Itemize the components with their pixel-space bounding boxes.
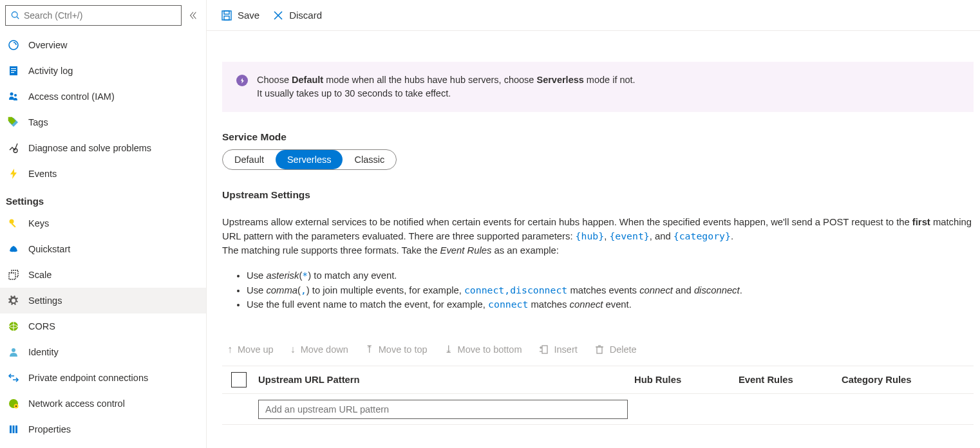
svg-rect-21 — [15, 406, 17, 407]
svg-point-0 — [12, 12, 17, 17]
nav-diagnose[interactable]: Diagnose and solve problems — [0, 135, 206, 161]
sidebar: Overview Activity log Access control (IA… — [0, 0, 207, 448]
overview-icon — [8, 39, 19, 51]
chevron-double-left-icon — [189, 11, 198, 20]
col-cat-header: Category Rules — [842, 375, 974, 385]
delete-icon — [594, 344, 605, 355]
mode-default[interactable]: Default — [223, 150, 276, 169]
svg-rect-34 — [597, 347, 602, 353]
nav-label: Properties — [28, 424, 71, 434]
move-bottom-button[interactable]: ⤓Move to bottom — [444, 343, 522, 355]
nav-label: Settings — [28, 295, 62, 306]
nav-keys[interactable]: Keys — [0, 210, 206, 236]
service-mode-title: Service Mode — [222, 131, 974, 143]
save-button[interactable]: Save — [221, 10, 259, 21]
nav-events[interactable]: Events — [0, 161, 206, 187]
properties-icon — [8, 424, 19, 435]
activity-log-icon — [8, 65, 19, 77]
arrow-bottom-icon: ⤓ — [444, 343, 453, 355]
rule-item: Use comma(,) to join multiple events, fo… — [247, 283, 974, 298]
col-hub-header: Hub Rules — [634, 375, 739, 385]
svg-point-16 — [12, 348, 15, 352]
move-down-button[interactable]: ↓Move down — [290, 343, 348, 355]
nav-label: Events — [28, 169, 57, 179]
svg-rect-23 — [13, 425, 15, 433]
nav-label: CORS — [28, 321, 55, 331]
mode-classic[interactable]: Classic — [343, 150, 396, 169]
nav-section-settings: Settings — [0, 187, 206, 210]
gear-icon — [8, 295, 19, 306]
table-toolbar: ↑Move up ↓Move down ⤒Move to top ⤓Move t… — [222, 343, 974, 355]
svg-point-8 — [14, 94, 17, 97]
events-icon — [8, 168, 19, 180]
private-endpoint-icon — [8, 372, 19, 384]
svg-rect-30 — [542, 346, 547, 353]
nav-overview[interactable]: Overview — [0, 32, 206, 58]
cors-icon — [8, 321, 19, 332]
nav-label: Private endpoint connections — [28, 373, 148, 383]
arrow-down-icon: ↓ — [290, 344, 296, 355]
upstream-title: Upstream Settings — [222, 189, 974, 201]
svg-rect-27 — [224, 16, 229, 20]
nav-identity[interactable]: Identity — [0, 339, 206, 365]
move-top-button[interactable]: ⤒Move to top — [365, 343, 428, 355]
search-row — [0, 5, 206, 28]
nav-label: Tags — [28, 117, 48, 127]
table-header: Upstream URL Pattern Hub Rules Event Rul… — [222, 366, 974, 394]
insert-icon — [538, 344, 549, 355]
svg-point-10 — [10, 219, 14, 224]
col-event-header: Event Rules — [739, 375, 842, 385]
nav-label: Overview — [28, 40, 67, 50]
discard-icon — [272, 10, 284, 21]
toolbar: Save Discard — [207, 0, 980, 31]
keys-icon — [8, 218, 19, 229]
nav-settings[interactable]: Settings — [0, 288, 206, 313]
nav-tags[interactable]: Tags — [0, 109, 206, 135]
select-all-checkbox[interactable] — [231, 372, 247, 387]
table-row — [222, 394, 974, 425]
search-input[interactable] — [24, 10, 176, 21]
delete-button[interactable]: Delete — [594, 343, 637, 355]
main-content: Save Discard Choose Default mode when al… — [207, 0, 980, 448]
nav-scale[interactable]: Scale — [0, 262, 206, 288]
identity-icon — [8, 346, 19, 358]
nav-properties[interactable]: Properties — [0, 416, 206, 442]
diagnose-icon — [8, 142, 19, 154]
svg-rect-22 — [10, 425, 12, 433]
quickstart-icon — [8, 243, 19, 255]
svg-point-13 — [12, 299, 15, 303]
svg-point-7 — [10, 93, 14, 96]
nav-quickstart[interactable]: Quickstart — [0, 236, 206, 262]
svg-rect-12 — [9, 273, 15, 279]
upstream-description: Upstreams allow external services to be … — [222, 215, 974, 258]
nav-label: Identity — [28, 347, 59, 357]
nav-private-endpoint[interactable]: Private endpoint connections — [0, 365, 206, 391]
nav-main: Overview Activity log Access control (IA… — [0, 28, 206, 442]
scale-icon — [8, 269, 19, 281]
upstream-url-input[interactable] — [258, 400, 628, 419]
mode-serverless[interactable]: Serverless — [276, 150, 343, 169]
move-up-button[interactable]: ↑Move up — [227, 343, 274, 355]
search-box[interactable] — [5, 5, 182, 26]
nav-label: Access control (IAM) — [28, 91, 115, 102]
nav-cors[interactable]: CORS — [0, 313, 206, 339]
discard-button[interactable]: Discard — [272, 10, 322, 21]
nav-label: Diagnose and solve problems — [28, 143, 151, 153]
nav-activity-log[interactable]: Activity log — [0, 58, 206, 84]
nav-network-access[interactable]: Network access control — [0, 391, 206, 416]
svg-line-1 — [17, 17, 19, 19]
insert-button[interactable]: Insert — [538, 343, 577, 355]
nav-access-control[interactable]: Access control (IAM) — [0, 84, 206, 109]
arrow-up-icon: ↑ — [227, 344, 232, 355]
network-access-icon — [8, 398, 19, 409]
service-mode-selector: Default Serverless Classic — [222, 149, 397, 170]
nav-label: Network access control — [28, 398, 125, 409]
upstream-rules-list: Use asterisk(*) to match any event. Use … — [247, 268, 974, 313]
svg-rect-11 — [11, 223, 15, 227]
svg-point-2 — [9, 41, 18, 50]
content-area: Choose Default mode when all the hubs ha… — [207, 31, 980, 425]
collapse-sidebar-button[interactable] — [185, 8, 201, 23]
search-icon — [11, 11, 20, 20]
save-icon — [221, 10, 232, 21]
svg-rect-4 — [11, 68, 16, 69]
